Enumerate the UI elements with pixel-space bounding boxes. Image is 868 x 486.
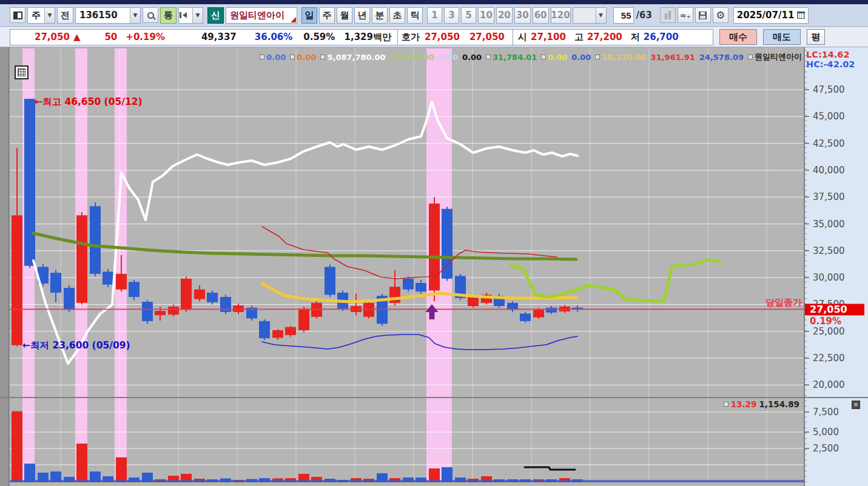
- hts-chart-window: 주 ▼ 전 136150 ▼ 통 ▼ 신 원일티엔아이 일 주 월 년 분 초 …: [0, 0, 868, 486]
- price-axis-label: 37,500: [813, 191, 845, 202]
- chevron-down-icon[interactable]: ▼: [596, 8, 606, 23]
- buy-button[interactable]: 매수: [719, 29, 757, 45]
- period-daily-button[interactable]: 일: [301, 7, 317, 24]
- legend-checkbox-icon[interactable]: [724, 402, 728, 407]
- plot-background: [10, 47, 804, 486]
- quote-info-row: 27,050 ▲ 50 +0.19% 49,337 36.06% 0.59% 1…: [0, 27, 868, 47]
- legend-value: 5,087,780.00: [327, 53, 385, 62]
- legend-item: 5,087,780.00: [320, 53, 385, 62]
- legend-checkbox-icon[interactable]: [320, 55, 325, 59]
- period-weekly-button[interactable]: 주: [319, 7, 335, 24]
- price-axis-label: 35,000: [813, 219, 845, 230]
- legend-value: 0.00: [548, 53, 567, 62]
- volume-bar: [259, 478, 270, 482]
- minute-1-button[interactable]: 1: [427, 7, 442, 24]
- stock-name-field[interactable]: 원일티엔아이: [226, 7, 297, 24]
- minute-60-button[interactable]: 60: [533, 7, 549, 24]
- candle-body: [259, 321, 270, 338]
- chart-settings-button[interactable]: ⚙: [713, 7, 728, 23]
- ratio-pct: 0.59%: [303, 32, 335, 42]
- sound-alert-combo[interactable]: ▼: [178, 7, 203, 24]
- speaker-icon: [183, 12, 187, 18]
- chevron-down-icon[interactable]: ▼: [44, 8, 55, 23]
- period-monthly-button[interactable]: 월: [337, 7, 352, 24]
- period-second-button[interactable]: 초: [389, 7, 405, 24]
- current-price: 27,050: [35, 32, 70, 42]
- chevron-down-icon[interactable]: ▼: [192, 8, 203, 23]
- price-axis-label: 47,500: [813, 84, 845, 95]
- turnover-pct: 36.06%: [255, 32, 292, 42]
- period-minute-button[interactable]: 분: [372, 7, 388, 24]
- candle-body: [155, 311, 166, 315]
- volume-bar: [285, 478, 296, 482]
- period-yearly-button[interactable]: 년: [354, 7, 370, 24]
- legend-checkbox-icon[interactable]: [486, 55, 491, 59]
- legend-value: 0.00: [462, 53, 482, 62]
- minute-120-button[interactable]: 120: [551, 7, 571, 24]
- candle-body: [103, 271, 113, 284]
- date-field[interactable]: 2025/07/11: [733, 7, 809, 24]
- volume-bar: [403, 478, 414, 482]
- candle-body: [403, 279, 414, 290]
- candle-body: [415, 283, 426, 291]
- legend-checkbox-icon[interactable]: [290, 55, 295, 59]
- volume-bar: [455, 478, 466, 482]
- alert-wedge-icon: [291, 17, 296, 22]
- data-grid-button[interactable]: [15, 65, 29, 79]
- stock-code-combo[interactable]: 136150 ▼: [75, 7, 141, 24]
- minute-30-button[interactable]: 30: [514, 7, 531, 24]
- chart-type-combo[interactable]: 주 ▼: [27, 7, 55, 24]
- chart-area[interactable]: 당일종가←최고 46,650 (05/12)←최저 23,600 (05/09)…: [0, 47, 868, 486]
- lc-hc-readout: LC:14.62 HC:-42.02: [806, 50, 855, 69]
- minute-20-button[interactable]: 20: [496, 7, 513, 24]
- candle-body: [520, 313, 531, 321]
- calendar-icon[interactable]: [797, 12, 805, 19]
- sell-button[interactable]: 매도: [763, 29, 801, 45]
- candle-body: [90, 206, 101, 274]
- volume-bar: [220, 478, 231, 482]
- legend-checkbox-icon[interactable]: [595, 55, 600, 59]
- low-label: 저: [631, 32, 640, 43]
- main-chart-canvas[interactable]: 당일종가←최고 46,650 (05/12)←최저 23,600 (05/09)…: [0, 47, 868, 486]
- price-axis-label: 22,500: [813, 353, 845, 364]
- close-subchart-icon[interactable]: ✕: [852, 401, 860, 409]
- custom-interval-combo[interactable]: ▼: [573, 7, 607, 24]
- prev-stock-button[interactable]: 전: [57, 7, 73, 24]
- legend-item: 원일티엔아이: [748, 52, 802, 62]
- compare-chart-button[interactable]: [660, 7, 676, 23]
- page-input[interactable]: [613, 7, 634, 24]
- minute-10-button[interactable]: 10: [478, 7, 494, 24]
- legend-value: 0.00: [439, 53, 458, 62]
- avg-button[interactable]: 평: [807, 29, 825, 45]
- period-tick-button[interactable]: 틱: [407, 7, 423, 24]
- candle-body: [468, 297, 479, 306]
- window-icon: [13, 12, 22, 19]
- new-window-button[interactable]: [10, 7, 25, 23]
- tong-button[interactable]: 통: [160, 7, 177, 24]
- chevron-down-icon[interactable]: ▼: [130, 8, 140, 23]
- legend-value: 0.00: [266, 53, 286, 62]
- volume-bar: [116, 458, 127, 482]
- volume-bar: [129, 478, 140, 482]
- lc-value: LC:14.62: [806, 50, 855, 59]
- legend-value: 29,000.00: [390, 53, 434, 62]
- ohl-field: 시 27,100 고 27,200 저 26,700: [513, 29, 713, 45]
- minute-5-button[interactable]: 5: [461, 7, 476, 24]
- trade-value: 1,329백만: [345, 32, 391, 43]
- legend-checkbox-icon[interactable]: [541, 55, 546, 59]
- legend-checkbox-icon[interactable]: [260, 55, 264, 59]
- minute-3-button[interactable]: 3: [444, 7, 459, 24]
- candle-body: [64, 288, 75, 310]
- legend-value: 원일티엔아이: [755, 52, 802, 62]
- draw-tool-button[interactable]: ≈₊: [678, 7, 693, 23]
- volume-axis-label: 5,000: [813, 427, 839, 438]
- save-chart-button[interactable]: [695, 7, 711, 23]
- volume-bar: [351, 478, 362, 482]
- high-label: 고: [574, 32, 584, 43]
- hc-value: HC:-42.02: [806, 59, 855, 69]
- legend-checkbox-icon[interactable]: [748, 55, 753, 59]
- price-axis-label: 45,000: [813, 111, 845, 122]
- stock-search-button[interactable]: [143, 7, 158, 23]
- volume-indicator-legend: 13.291,154.89: [724, 399, 799, 409]
- volume-bar: [389, 478, 400, 482]
